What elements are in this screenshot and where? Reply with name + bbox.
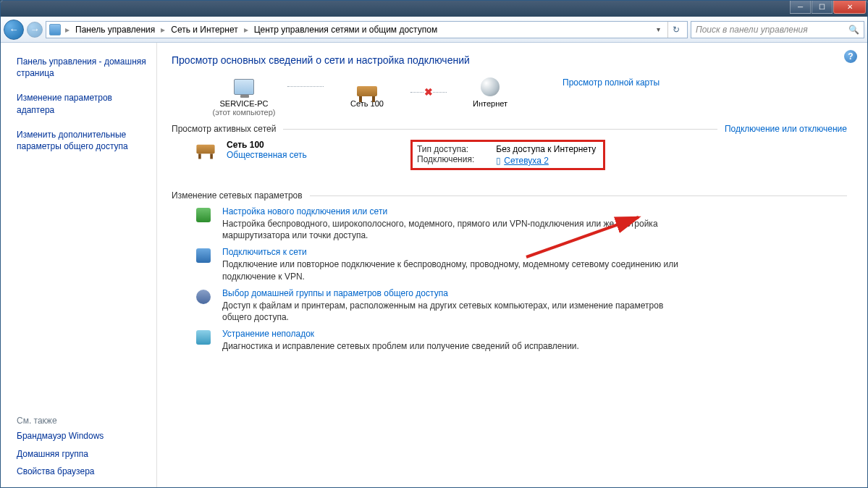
navbar: ← → ▸ Панель управления ▸ Сеть и Интерне… <box>1 17 867 43</box>
maximize-button[interactable]: ☐ <box>812 1 833 14</box>
new-connection-icon <box>196 208 211 222</box>
homegroup-icon <box>196 290 211 304</box>
connect-disconnect-link[interactable]: Подключение или отключение <box>725 124 847 134</box>
control-panel-icon <box>49 24 61 35</box>
section-label: Просмотр активных сетей <box>172 124 276 134</box>
globe-icon <box>481 77 500 96</box>
see-also-label: См. также <box>1 411 156 427</box>
task-title: Настройка нового подключения или сети <box>222 206 686 216</box>
titlebar: ─ ☐ ✕ <box>1 1 867 17</box>
main-content: ? Просмотр основных сведений о сети и на… <box>157 43 867 487</box>
search-icon: 🔍 <box>848 25 859 35</box>
bench-icon <box>196 145 214 154</box>
task-title: Выбор домашней группы и параметров общег… <box>222 288 686 298</box>
task-title: Устранение неполадок <box>222 329 579 339</box>
chevron-right-icon: ▸ <box>243 25 250 35</box>
address-bar[interactable]: ▸ Панель управления ▸ Сеть и Интернет ▸ … <box>46 21 688 38</box>
change-settings-heading: Изменение сетевых параметров <box>172 190 847 201</box>
map-node-internet: Интернет <box>447 75 534 108</box>
chevron-right-icon: ▸ <box>159 25 167 35</box>
sidebar-link-adapter-settings[interactable]: Изменение параметров адаптера <box>1 89 156 118</box>
breadcrumb-item[interactable]: Панель управления <box>74 25 156 35</box>
breadcrumb-item[interactable]: Сеть и Интернет <box>169 25 239 35</box>
bench-icon <box>357 86 377 96</box>
sidebar: Панель управления - домашняя страница Из… <box>1 43 157 487</box>
active-network-item: Сеть 100 Общественная сеть Тип доступа: … <box>193 140 847 170</box>
sidebar-link-browser-props[interactable]: Свойства браузера <box>1 463 156 480</box>
computer-icon <box>234 79 254 95</box>
search-placeholder: Поиск в панели управления <box>696 25 808 35</box>
task-desc: Подключение или повторное подключение к … <box>222 258 686 282</box>
task-desc: Настройка беспроводного, широкополосного… <box>222 218 686 241</box>
sidebar-link-firewall[interactable]: Брандмауэр Windows <box>1 427 156 445</box>
map-connector-broken: ✖ <box>410 86 447 98</box>
task-title: Подключиться к сети <box>222 247 686 257</box>
sidebar-link-homegroup[interactable]: Домашняя группа <box>1 445 156 463</box>
full-map-link[interactable]: Просмотр полной карты <box>562 77 660 88</box>
connection-link[interactable]: Сетевуха 2 <box>504 156 549 166</box>
map-node-network: Сеть 100 <box>324 75 410 108</box>
chevron-right-icon: ▸ <box>64 25 71 35</box>
task-troubleshoot[interactable]: Устранение неполадок Диагностика и испра… <box>193 329 847 352</box>
minimize-button[interactable]: ─ <box>790 1 811 14</box>
breadcrumb-item[interactable]: Центр управления сетями и общим доступом <box>253 25 439 35</box>
connections-label: Подключения: <box>417 154 474 164</box>
troubleshoot-icon <box>196 330 211 345</box>
refresh-button[interactable]: ↻ <box>667 22 684 38</box>
network-name: Сеть 100 <box>227 140 307 150</box>
x-icon: ✖ <box>424 86 433 98</box>
section-label: Изменение сетевых параметров <box>172 190 303 201</box>
task-desc: Доступ к файлам и принтерам, расположенн… <box>222 300 686 323</box>
close-button[interactable]: ✕ <box>833 1 866 14</box>
map-node-label: Интернет <box>447 99 534 108</box>
nav-back-button[interactable]: ← <box>4 20 24 40</box>
address-dropdown-icon[interactable]: ▾ <box>652 25 665 33</box>
network-type-link[interactable]: Общественная сеть <box>227 150 307 160</box>
nav-forward-button[interactable]: → <box>27 22 43 38</box>
map-node-this-pc: SERVICE-PC (этот компьютер) <box>201 75 287 117</box>
access-type-value: Без доступа к Интернету <box>496 144 596 154</box>
task-connect-network[interactable]: Подключиться к сети Подключение или повт… <box>193 247 847 282</box>
search-input[interactable]: Поиск в панели управления 🔍 <box>691 21 864 38</box>
highlighted-connection-box: Тип доступа: Подключения: Без доступа к … <box>410 140 605 170</box>
task-new-connection[interactable]: Настройка нового подключения или сети На… <box>193 206 847 241</box>
active-networks-heading: Просмотр активных сетей Подключение или … <box>172 124 847 134</box>
sidebar-link-sharing-settings[interactable]: Изменить дополнительные параметры общего… <box>1 126 156 155</box>
help-icon[interactable]: ? <box>844 50 857 63</box>
task-homegroup[interactable]: Выбор домашней группы и параметров общег… <box>193 288 847 323</box>
task-desc: Диагностика и исправление сетевых пробле… <box>222 340 579 352</box>
connect-icon <box>196 248 211 263</box>
network-map: SERVICE-PC (этот компьютер) Сеть 100 ✖ И… <box>201 75 847 117</box>
access-type-label: Тип доступа: <box>417 144 474 154</box>
map-node-label: SERVICE-PC <box>201 99 287 108</box>
map-node-sublabel: (этот компьютер) <box>201 108 287 117</box>
page-title: Просмотр основных сведений о сети и наст… <box>172 54 847 66</box>
ethernet-icon: ▯ <box>496 156 501 166</box>
body: Панель управления - домашняя страница Из… <box>1 43 867 487</box>
map-node-label: Сеть 100 <box>324 99 410 108</box>
window: ─ ☐ ✕ ← → ▸ Панель управления ▸ Сеть и И… <box>0 0 868 488</box>
sidebar-link-home[interactable]: Панель управления - домашняя страница <box>1 53 156 82</box>
